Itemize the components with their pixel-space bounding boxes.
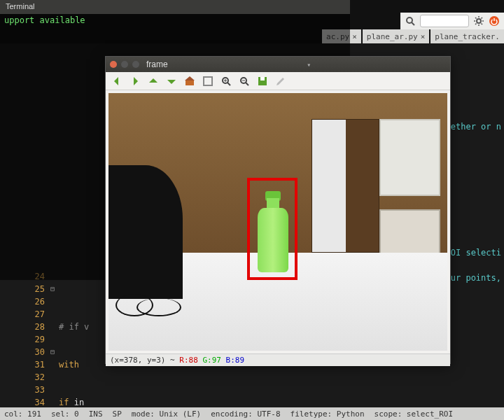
status-encoding: encoding: UTF-8 [211,410,280,419]
scene-person [108,165,183,299]
window-titlebar[interactable]: frame ▾ [106,57,450,72]
grip-icon: ▾ [307,61,311,69]
camera-view [108,93,447,351]
brush-icon[interactable] [275,76,286,87]
terminal-output-line: upport available [0,14,350,27]
arrow-up-icon[interactable] [148,76,159,87]
scene-cables [108,294,217,320]
svg-rect-4 [186,80,194,85]
svg-line-1 [412,22,414,25]
svg-point-0 [407,18,412,23]
window-title: frame [146,59,168,69]
roi-rectangle [247,178,298,280]
window-max-icon[interactable] [132,61,139,68]
svg-line-11 [246,83,248,85]
pixel-coords: (x=378, y=3) ~ [110,356,179,365]
editor-status-bar: col: 191 sel: 0 INS SP mode: Unix (LF) e… [0,407,504,420]
status-lineend: mode: Unix (LF) [132,410,201,419]
window-min-icon[interactable] [121,61,128,68]
arrow-left-icon[interactable] [111,76,122,87]
gear-icon[interactable] [473,15,484,27]
tab-label: plane_ar.py [367,32,418,41]
pixel-b: B:89 [226,356,245,365]
zoom-out-icon[interactable] [239,76,250,87]
status-col: col: 191 [4,410,41,419]
status-filetype: filetype: Python [290,410,365,419]
arrow-right-icon[interactable] [130,76,141,87]
svg-rect-14 [260,77,265,80]
window-close-icon[interactable] [110,61,117,68]
status-sp: SP [113,410,122,419]
opencv-window[interactable]: frame ▾ (x=378, y=3) ~ R:88 G:97 B:89 [105,56,451,364]
tab-plane-tracker[interactable]: plane_tracker. [430,29,504,43]
power-icon[interactable] [489,15,500,27]
pixel-g: G:97 [202,356,221,365]
terminal-titlebar[interactable]: Terminal [0,0,350,14]
tab-plane-ar[interactable]: plane_ar.py× [363,29,429,43]
pixel-r: R:88 [179,356,198,365]
status-ins: INS [89,410,103,419]
search-input[interactable] [420,15,469,27]
tab-label: plane_tracker. [435,32,500,41]
fit-icon[interactable] [202,76,214,87]
search-icon[interactable] [405,15,416,27]
home-icon[interactable] [184,76,195,87]
gnome-panel [400,13,504,29]
svg-point-2 [477,19,481,23]
close-icon[interactable]: × [421,32,426,41]
scene-board [379,119,440,196]
image-toolbar [106,72,450,90]
image-status-bar: (x=378, y=3) ~ R:88 G:97 B:89 [106,354,450,366]
status-scope: scope: select_ROI [374,410,454,419]
arrow-down-icon[interactable] [166,76,177,87]
close-icon[interactable]: × [352,32,357,41]
svg-rect-5 [204,77,212,85]
status-sel: sel: 0 [51,410,79,419]
svg-line-7 [227,83,230,85]
scene-board [379,209,440,255]
zoom-in-icon[interactable] [220,76,232,87]
save-icon[interactable] [257,76,268,87]
scene-door [312,119,379,253]
